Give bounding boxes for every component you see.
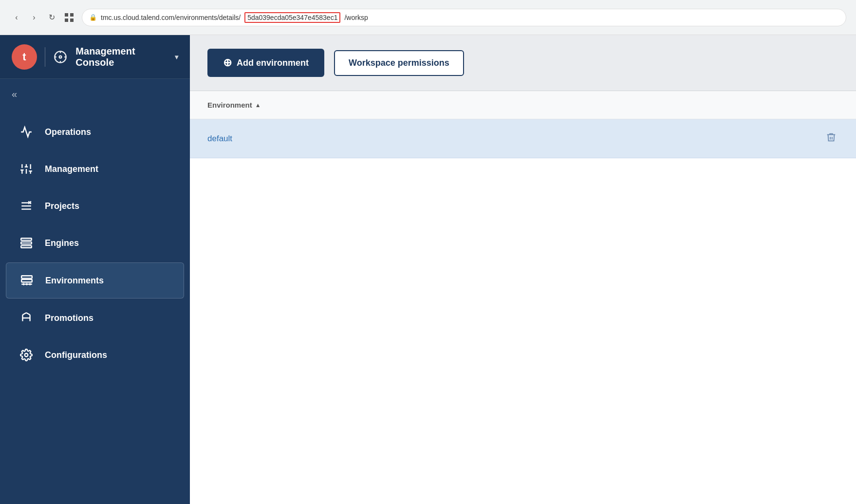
- engines-icon: [18, 234, 35, 252]
- svg-point-5: [59, 56, 62, 58]
- nav-buttons: ‹ › ↻: [10, 11, 76, 24]
- add-environment-button[interactable]: ⊕ Add environment: [207, 49, 324, 77]
- environments-icon: [18, 272, 36, 289]
- engines-label: Engines: [45, 238, 79, 248]
- url-suffix: /worksp: [344, 14, 368, 21]
- svg-line-42: [26, 313, 30, 315]
- chevron-down-icon: ▾: [175, 53, 178, 61]
- sidebar-item-environments[interactable]: Environments: [6, 262, 184, 299]
- svg-rect-1: [70, 13, 74, 17]
- browser-chrome: ‹ › ↻ 🔒 tmc.us.cloud.talend.com/environm…: [0, 0, 856, 35]
- projects-label: Projects: [45, 201, 79, 211]
- configurations-label: Configurations: [45, 350, 107, 360]
- promotions-label: Promotions: [45, 313, 93, 323]
- svg-rect-24: [21, 238, 32, 240]
- nav-menu: Operations Ma: [0, 110, 190, 504]
- compass-icon: [53, 49, 68, 65]
- app-title: Management Console ▾: [75, 46, 178, 68]
- svg-rect-2: [65, 19, 68, 22]
- sidebar: t Management Console ▾ «: [0, 35, 190, 504]
- environment-column-header[interactable]: Environment ▲: [207, 101, 261, 109]
- collapse-icon: «: [12, 89, 17, 100]
- svg-rect-26: [21, 245, 32, 247]
- table-row: default: [190, 119, 856, 158]
- svg-point-43: [25, 354, 28, 357]
- sidebar-header: t Management Console ▾: [0, 35, 190, 79]
- svg-rect-25: [21, 242, 32, 244]
- forward-button[interactable]: ›: [27, 11, 41, 24]
- configurations-icon: [18, 346, 35, 364]
- sidebar-item-operations[interactable]: Operations: [6, 114, 184, 149]
- main-content: ⊕ Add environment Workspace permissions …: [190, 35, 856, 504]
- logo: t: [12, 44, 37, 70]
- workspace-permissions-button[interactable]: Workspace permissions: [334, 50, 464, 76]
- sidebar-item-projects[interactable]: Projects: [6, 188, 184, 224]
- sidebar-item-configurations[interactable]: Configurations: [6, 337, 184, 373]
- svg-rect-30: [21, 276, 32, 278]
- sort-icon: ▲: [255, 102, 261, 109]
- environments-label: Environments: [45, 276, 104, 286]
- svg-rect-3: [70, 19, 74, 22]
- collapse-button[interactable]: «: [0, 79, 190, 110]
- grid-button[interactable]: [62, 11, 76, 24]
- management-icon: [18, 160, 35, 178]
- sidebar-item-management[interactable]: Management: [6, 151, 184, 187]
- url-prefix: tmc.us.cloud.talend.com/environments/det…: [101, 14, 241, 21]
- svg-line-41: [22, 313, 26, 315]
- header-divider: [45, 47, 45, 67]
- delete-button[interactable]: [824, 130, 838, 147]
- projects-icon: [18, 197, 35, 215]
- plus-circle-icon: ⊕: [223, 56, 232, 69]
- sidebar-item-engines[interactable]: Engines: [6, 225, 184, 261]
- back-button[interactable]: ‹: [10, 11, 23, 24]
- address-bar[interactable]: 🔒 tmc.us.cloud.talend.com/environments/d…: [82, 9, 846, 26]
- operations-label: Operations: [45, 127, 91, 137]
- lock-icon: 🔒: [89, 14, 97, 21]
- refresh-button[interactable]: ↻: [45, 11, 58, 24]
- operations-icon: [18, 123, 35, 141]
- table-header: Environment ▲: [190, 91, 856, 119]
- toolbar: ⊕ Add environment Workspace permissions: [190, 35, 856, 91]
- environments-table: Environment ▲ default: [190, 91, 856, 504]
- svg-rect-31: [21, 280, 32, 282]
- promotions-icon: [18, 309, 35, 327]
- app-container: t Management Console ▾ «: [0, 35, 856, 504]
- management-label: Management: [45, 164, 98, 174]
- sidebar-item-promotions[interactable]: Promotions: [6, 300, 184, 336]
- svg-rect-0: [65, 13, 68, 17]
- environment-link[interactable]: default: [207, 134, 824, 144]
- url-id: 5da039ecda05e347e4583ec1: [244, 12, 340, 23]
